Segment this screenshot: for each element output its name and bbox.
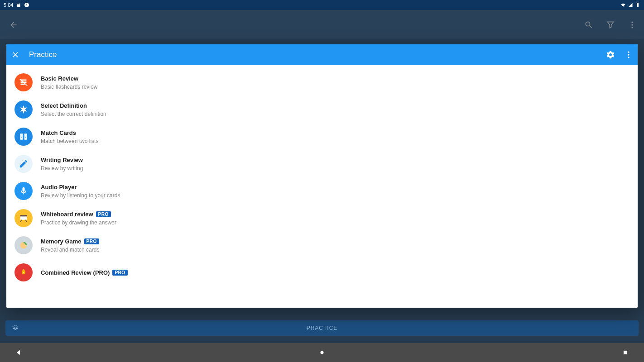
svg-point-17	[23, 272, 24, 273]
pro-badge: PRO	[84, 238, 99, 244]
settings-button[interactable]	[606, 50, 615, 59]
svg-rect-7	[24, 133, 27, 139]
practice-dialog: Practice Basic ReviewBasic flashcards re…	[6, 44, 638, 308]
svg-rect-12	[25, 136, 26, 136]
dialog-bar: Practice	[6, 44, 638, 65]
battery-icon	[635, 2, 640, 8]
practice-mode-subtitle: Practice by drawing the answer	[41, 219, 116, 226]
status-bar: 5:04	[0, 0, 644, 10]
close-icon	[11, 50, 20, 59]
practice-mode-title: Whiteboard review	[41, 211, 93, 218]
practice-mode-list: Basic ReviewBasic flashcards reviewSelec…	[6, 65, 638, 308]
whiteboard-review-icon	[14, 209, 33, 227]
practice-icon	[12, 324, 19, 332]
nav-home-icon	[319, 349, 325, 356]
combined-review-icon	[14, 263, 33, 281]
svg-rect-6	[20, 133, 23, 139]
svg-point-4	[628, 54, 629, 55]
navigation-bar	[0, 343, 644, 362]
practice-mode-subtitle: Review by listening to your cards	[41, 192, 120, 199]
practice-mode-title: Memory Game	[41, 238, 82, 245]
practice-mode-title: Basic Review	[41, 75, 78, 82]
status-time: 5:04	[4, 2, 13, 8]
practice-mode-select-definition[interactable]: Select DefinitionSelect the correct defi…	[6, 96, 638, 123]
nav-back-icon	[15, 349, 22, 356]
dialog-overflow-button[interactable]	[624, 50, 633, 59]
basic-review-icon	[14, 73, 33, 91]
svg-rect-15	[20, 215, 27, 217]
memory-game-icon	[14, 236, 33, 254]
svg-rect-9	[21, 136, 22, 136]
nav-back-button[interactable]	[15, 349, 22, 356]
writing-review-icon	[14, 155, 33, 173]
wifi-icon	[620, 2, 626, 8]
practice-mode-subtitle: Match between two lists	[41, 138, 98, 144]
clock-icon	[24, 2, 29, 8]
practice-mode-writing-review[interactable]: Writing ReviewReview by writing	[6, 150, 638, 177]
practice-mode-title: Match Cards	[41, 129, 76, 136]
practice-mode-audio-player[interactable]: Audio PlayerReview by listening to your …	[6, 177, 638, 205]
svg-point-5	[628, 57, 629, 58]
practice-mode-title: Combined Review (PRO)	[41, 269, 110, 276]
practice-mode-subtitle: Basic flashcards review	[41, 84, 97, 90]
practice-mode-basic-review[interactable]: Basic ReviewBasic flashcards review	[6, 69, 638, 96]
practice-button[interactable]: PRACTICE	[5, 320, 639, 336]
practice-mode-match-cards[interactable]: Match CardsMatch between two lists	[6, 123, 638, 150]
svg-rect-13	[25, 137, 26, 138]
pro-badge: PRO	[96, 211, 111, 217]
close-button[interactable]	[11, 50, 20, 59]
practice-mode-title: Select Definition	[41, 102, 87, 109]
practice-mode-subtitle: Reveal and match cards	[41, 247, 99, 253]
practice-mode-subtitle: Review by writing	[41, 165, 83, 171]
svg-rect-8	[21, 135, 22, 135]
practice-mode-combined-review[interactable]: Combined Review (PRO)PRO	[6, 259, 638, 286]
lock-icon	[16, 2, 21, 8]
pro-badge: PRO	[112, 270, 127, 276]
svg-rect-19	[624, 351, 627, 354]
practice-mode-title: Audio Player	[41, 184, 77, 191]
dialog-title: Practice	[29, 50, 57, 59]
practice-mode-title: Writing Review	[41, 157, 83, 163]
svg-point-18	[321, 351, 324, 354]
svg-rect-10	[21, 137, 22, 138]
practice-mode-memory-game[interactable]: Memory GamePROReveal and match cards	[6, 232, 638, 259]
practice-mode-whiteboard-review[interactable]: Whiteboard reviewPROPractice by drawing …	[6, 205, 638, 232]
nav-home-button[interactable]	[319, 349, 325, 356]
match-cards-icon	[14, 128, 33, 146]
more-vert-icon	[624, 50, 633, 59]
practice-mode-subtitle: Select the correct definition	[41, 111, 106, 117]
practice-button-label: PRACTICE	[307, 325, 338, 331]
select-definition-icon	[14, 100, 33, 119]
audio-player-icon	[14, 182, 33, 200]
gear-icon	[606, 50, 615, 59]
svg-rect-11	[25, 135, 26, 135]
svg-point-3	[628, 52, 629, 53]
nav-recent-icon	[622, 349, 629, 356]
signal-icon	[628, 2, 633, 8]
nav-recent-button[interactable]	[622, 349, 629, 356]
